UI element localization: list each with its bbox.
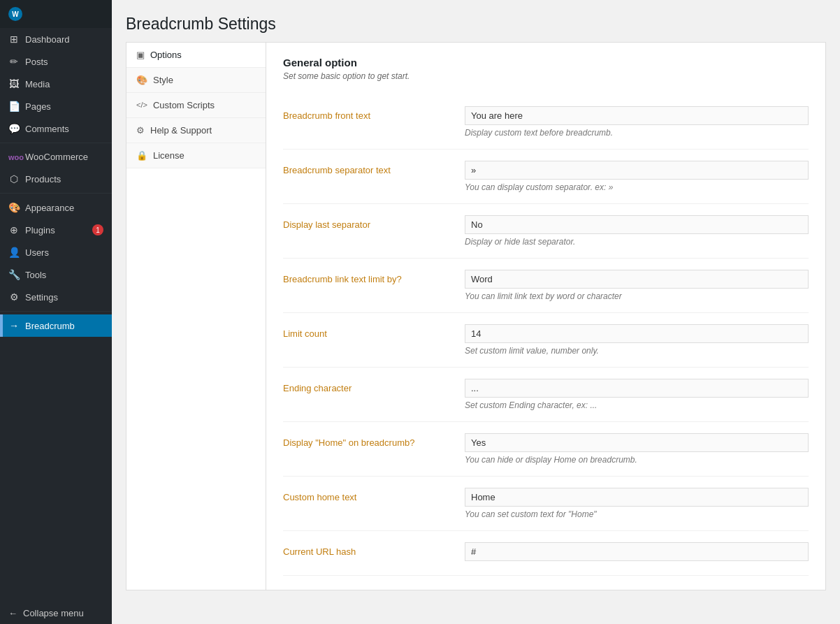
setting-row-current-url-hash: Current URL hash (283, 531, 809, 576)
sidebar-item-appearance[interactable]: 🎨 Appearance (0, 196, 112, 219)
main-area: Breadcrumb Settings ▣ Options 🎨 Style </… (112, 0, 840, 624)
breadcrumb-front-text-input[interactable] (465, 106, 809, 125)
sidebar-item-label: Dashboard (25, 34, 70, 45)
tab-label: Help & Support (150, 125, 212, 136)
setting-label-current-url-hash: Current URL hash (283, 542, 465, 557)
page-title: Breadcrumb Settings (126, 14, 826, 35)
sidebar-logo: W (0, 0, 112, 28)
setting-hint-limit-count: Set custom limit value, number only. (465, 346, 809, 356)
setting-field-separator-text: You can display custom separator. ex: » (465, 161, 809, 192)
general-option-desc: Set some basic option to get start. (283, 71, 809, 81)
woocommerce-icon: woo (8, 153, 20, 161)
setting-row-ending-character: Ending character Set custom Ending chara… (283, 368, 809, 422)
tools-icon: 🔧 (8, 269, 20, 280)
settings-icon: ⚙ (8, 291, 20, 303)
sidebar-item-label: Pages (25, 101, 51, 112)
sidebar-item-label: Products (25, 174, 61, 184)
sidebar-item-label: Media (25, 79, 50, 89)
page-header: Breadcrumb Settings (112, 0, 840, 42)
tab-label: Style (153, 75, 173, 85)
sidebar-item-breadcrumb[interactable]: → Breadcrumb (0, 314, 112, 337)
sidebar-item-woocommerce[interactable]: woo WooCommerce (0, 146, 112, 168)
sidebar-item-posts[interactable]: ✏ Posts (0, 50, 112, 73)
breadcrumb-separator-text-input[interactable] (465, 161, 809, 180)
setting-field-custom-home-text: You can set custom text for "Home" (465, 488, 809, 519)
setting-label-ending-character: Ending character (283, 379, 465, 393)
sidebar-item-tools[interactable]: 🔧 Tools (0, 263, 112, 286)
sidebar-divider-2 (0, 193, 112, 194)
setting-field-front-text: Display custom text before breadcrumb. (465, 106, 809, 138)
setting-field-limit-count: Set custom limit value, number only. (465, 324, 809, 356)
sidebar-item-label: Plugins (25, 225, 55, 235)
sidebar-item-settings[interactable]: ⚙ Settings (0, 286, 112, 308)
collapse-menu-button[interactable]: ← Collapse menu (0, 602, 112, 624)
tab-options[interactable]: ▣ Options (126, 43, 266, 68)
sidebar-divider-3 (0, 311, 112, 312)
sidebar-item-comments[interactable]: 💬 Comments (0, 117, 112, 140)
custom-home-text-input[interactable] (465, 488, 809, 507)
appearance-icon: 🎨 (8, 202, 20, 213)
setting-field-current-url-hash (465, 542, 809, 564)
limit-count-input[interactable] (465, 324, 809, 343)
setting-hint-display-last-separator: Display or hide last separator. (465, 237, 809, 247)
sidebar-item-dashboard[interactable]: ⊞ Dashboard (0, 28, 112, 50)
collapse-icon: ← (8, 608, 17, 618)
tab-custom-scripts[interactable]: </> Custom Scripts (126, 93, 266, 118)
tab-license[interactable]: 🔒 License (126, 143, 266, 168)
users-icon: 👤 (8, 247, 20, 258)
custom-scripts-tab-icon: </> (136, 101, 147, 109)
license-tab-icon: 🔒 (136, 150, 147, 161)
sidebar-item-label: Settings (25, 292, 58, 303)
breadcrumb-nav-icon: → (8, 320, 20, 331)
general-option-title: General option (283, 57, 809, 68)
display-last-separator-input[interactable] (465, 215, 809, 234)
content-area: Breadcrumb Settings ▣ Options 🎨 Style </… (112, 0, 840, 624)
comments-icon: 💬 (8, 123, 20, 134)
sidebar-item-media[interactable]: 🖼 Media (0, 73, 112, 95)
sidebar: W ⊞ Dashboard ✏ Posts 🖼 Media 📄 Pages 💬 … (0, 0, 112, 624)
sidebar-item-pages[interactable]: 📄 Pages (0, 95, 112, 117)
setting-label-display-last-separator: Display last separator (283, 215, 465, 230)
setting-label-display-home: Display "Home" on breadcrumb? (283, 433, 465, 448)
sidebar-item-label: Breadcrumb (25, 321, 75, 331)
settings-tabs: ▣ Options 🎨 Style </> Custom Scripts ⚙ H… (126, 42, 266, 590)
tab-help-support[interactable]: ⚙ Help & Support (126, 118, 266, 143)
setting-label-front-text: Breadcrumb front text (283, 106, 465, 121)
current-url-hash-input[interactable] (465, 542, 809, 561)
setting-hint-display-home: You can hide or display Home on breadcru… (465, 455, 809, 465)
sidebar-item-products[interactable]: ⬡ Products (0, 168, 112, 190)
media-icon: 🖼 (8, 78, 20, 89)
sidebar-item-label: Comments (25, 124, 69, 134)
pages-icon: 📄 (8, 101, 20, 112)
setting-row-limit-count: Limit count Set custom limit value, numb… (283, 313, 809, 368)
tab-style[interactable]: 🎨 Style (126, 68, 266, 93)
sidebar-item-label: WooCommerce (25, 152, 88, 162)
wordpress-icon: W (8, 7, 22, 21)
setting-label-separator-text: Breadcrumb separator text (283, 161, 465, 175)
tab-label: Custom Scripts (153, 100, 215, 110)
setting-row-link-text-limit: Breadcrumb link text limit by? You can l… (283, 259, 809, 313)
help-support-tab-icon: ⚙ (136, 125, 145, 136)
options-tab-icon: ▣ (136, 50, 145, 60)
setting-field-ending-character: Set custom Ending character, ex: ... (465, 379, 809, 410)
display-home-breadcrumb-input[interactable] (465, 433, 809, 452)
sidebar-item-plugins[interactable]: ⊕ Plugins 1 (0, 219, 112, 241)
settings-content: General option Set some basic option to … (266, 42, 826, 590)
sidebar-divider (0, 143, 112, 143)
ending-character-input[interactable] (465, 379, 809, 398)
sidebar-item-users[interactable]: 👤 Users (0, 241, 112, 263)
collapse-label: Collapse menu (23, 608, 84, 618)
plugins-badge: 1 (92, 224, 103, 235)
setting-hint-link-text-limit: You can limit link text by word or chara… (465, 291, 809, 301)
setting-hint-ending-character: Set custom Ending character, ex: ... (465, 400, 809, 410)
breadcrumb-link-text-limit-input[interactable] (465, 270, 809, 289)
settings-layout: ▣ Options 🎨 Style </> Custom Scripts ⚙ H… (126, 42, 826, 590)
setting-field-display-last-separator: Display or hide last separator. (465, 215, 809, 247)
sidebar-item-label: Posts (25, 57, 48, 67)
setting-label-link-text-limit: Breadcrumb link text limit by? (283, 270, 465, 284)
setting-row-separator-text: Breadcrumb separator text You can displa… (283, 150, 809, 204)
setting-row-display-last-separator: Display last separator Display or hide l… (283, 204, 809, 259)
posts-icon: ✏ (8, 56, 20, 67)
setting-label-limit-count: Limit count (283, 324, 465, 339)
sidebar-item-label: Appearance (25, 203, 74, 213)
